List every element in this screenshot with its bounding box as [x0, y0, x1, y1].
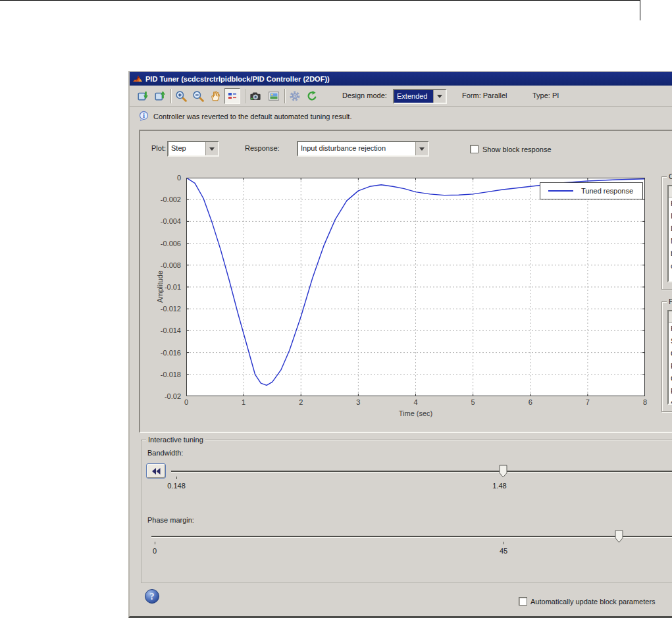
- figure-image-icon: [268, 90, 280, 102]
- phase-margin-label: Phase margin:: [147, 516, 194, 524]
- title-bar[interactable]: PID Tuner (scdcstrctrlpidblock/PID Contr…: [130, 71, 672, 86]
- parameter-view-icon: [227, 91, 238, 101]
- bandwidth-rewind-button[interactable]: [146, 463, 166, 479]
- legend-line-sample: [548, 190, 573, 192]
- performance-row: Settling time: [669, 335, 672, 348]
- toolbar-separator: [284, 89, 286, 103]
- rewind-icon: [151, 467, 161, 475]
- x-tick-label: 8: [643, 398, 647, 406]
- camera-icon: [249, 90, 261, 102]
- y-tick-label: -0.006: [161, 240, 181, 247]
- auto-update-block-parameters-checkbox[interactable]: [519, 597, 527, 606]
- zoom-in-icon: [175, 90, 187, 102]
- notice-text: Controller was reverted to the default a…: [153, 113, 351, 120]
- toolbar-separator: [170, 89, 172, 103]
- design-mode-combobox[interactable]: Extended: [393, 89, 447, 104]
- controller-parameters-groupbox: Controller parameters PIDNbc: [661, 176, 672, 290]
- x-tick-label: 1: [242, 398, 246, 406]
- performance-row: Peak: [669, 360, 672, 373]
- performance-row: Overshoot: [669, 348, 672, 360]
- design-mode-dropdown-arrow[interactable]: [433, 90, 446, 103]
- controller-parameter-row: I: [669, 210, 672, 222]
- performance-title: Performance and robustness: [667, 298, 672, 305]
- y-tick-label: -0.004: [161, 217, 181, 225]
- plot-type-value: Step: [168, 142, 205, 155]
- y-tick-label: 0: [177, 174, 181, 182]
- controller-parameters-table-header: [669, 186, 672, 197]
- help-icon: ?: [144, 588, 160, 604]
- bandwidth-slider-thumb[interactable]: [499, 465, 507, 478]
- window-title: PID Tuner (scdcstrctrlpidblock/PID Contr…: [145, 75, 330, 83]
- bandwidth-value-label: 1.48: [480, 482, 519, 490]
- phase-margin-mid-tick: [504, 542, 504, 544]
- phase-margin-min-label: 0: [135, 547, 174, 555]
- auto-update-block-parameters-label: Automatically update block parameters: [530, 598, 656, 606]
- response-value: Input disturbance rejection: [298, 142, 415, 155]
- controller-parameter-row: c: [669, 260, 672, 272]
- document-frame-top-line: [0, 0, 640, 1]
- settings-button[interactable]: [287, 88, 303, 104]
- bandwidth-slider-track[interactable]: [171, 471, 672, 473]
- print-to-figure-button[interactable]: [266, 88, 282, 104]
- info-bubble-icon: i: [138, 111, 149, 122]
- pid-tuner-window: PID Tuner (scdcstrctrlpidblock/PID Contr…: [128, 71, 672, 618]
- auto-update-button[interactable]: [304, 88, 320, 104]
- y-tick-label: -0.012: [161, 305, 181, 313]
- y-tick-labels: 0-0.002-0.004-0.006-0.008-0.01-0.012-0.0…: [134, 178, 184, 396]
- help-button[interactable]: ?: [144, 588, 160, 606]
- plot-type-combobox[interactable]: Step: [167, 141, 219, 157]
- response-plot-svg: [186, 178, 645, 396]
- performance-row: Phase margin: [669, 385, 672, 398]
- controller-parameter-row: b: [669, 247, 672, 260]
- type-label: Type: PI: [532, 91, 559, 99]
- toolbar-separator: [245, 89, 246, 103]
- toolbar: Design mode: Extended Form: Parallel Typ…: [130, 86, 672, 107]
- plot-type-dropdown-arrow[interactable]: [205, 142, 218, 155]
- response-dropdown-arrow[interactable]: [415, 142, 428, 155]
- performance-row: Gain margin: [669, 373, 672, 385]
- performance-row: Rise time: [669, 323, 672, 335]
- phase-margin-slider-track[interactable]: [151, 536, 672, 538]
- phase-margin-min-tick: [155, 542, 155, 544]
- snapshot-button[interactable]: [247, 88, 263, 104]
- x-tick-label: 5: [471, 398, 475, 406]
- import-from-block-button[interactable]: [135, 88, 151, 104]
- matlab-icon: [132, 74, 143, 84]
- plot-legend[interactable]: Tuned response: [540, 182, 643, 199]
- phase-margin-slider-thumb[interactable]: [615, 530, 623, 543]
- toggle-parameter-view-button[interactable]: [224, 88, 240, 104]
- page: { "window": { "title": "PID Tuner (scdcs…: [0, 0, 672, 622]
- svg-text:?: ?: [150, 592, 155, 602]
- performance-row: Closed-loop stability: [669, 398, 672, 405]
- svg-text:i: i: [143, 112, 145, 119]
- performance-table-header: [669, 311, 672, 323]
- y-tick-label: -0.018: [161, 371, 181, 378]
- y-tick-label: -0.008: [161, 261, 181, 269]
- controller-parameter-row: D: [669, 222, 672, 235]
- pan-button[interactable]: [207, 88, 223, 104]
- bandwidth-min-tick: [176, 477, 177, 479]
- form-label: Form: Parallel: [462, 91, 507, 99]
- export-to-block-button[interactable]: [152, 88, 168, 104]
- response-combobox[interactable]: Input disturbance rejection: [297, 141, 429, 157]
- zoom-in-button[interactable]: [173, 88, 189, 104]
- design-mode-value: Extended: [394, 90, 433, 103]
- plot-axes: [186, 178, 645, 396]
- show-block-response-label: Show block response: [482, 145, 552, 153]
- controller-parameters-title: Controller parameters: [667, 172, 672, 180]
- interactive-tuning-groupbox: Interactive tuning: [141, 440, 672, 583]
- x-tick-label: 6: [529, 398, 532, 406]
- notice-row: i Controller was reverted to the default…: [138, 111, 351, 122]
- zoom-out-icon: [192, 90, 204, 102]
- interactive-tuning-title: Interactive tuning: [146, 436, 205, 444]
- x-tick-label: 0: [184, 398, 188, 406]
- zoom-out-button[interactable]: [190, 88, 206, 104]
- document-frame-right-line: [640, 0, 640, 20]
- performance-table: Rise timeSettling timeOvershootPeakGain …: [667, 310, 672, 405]
- phase-margin-value-label: 45: [484, 547, 523, 555]
- controller-parameters-table: PIDNbc: [667, 185, 672, 282]
- x-tick-label: 3: [356, 398, 360, 406]
- show-block-response-checkbox[interactable]: [470, 145, 478, 153]
- pan-hand-icon: [209, 90, 221, 102]
- bandwidth-label: Bandwidth:: [147, 449, 183, 457]
